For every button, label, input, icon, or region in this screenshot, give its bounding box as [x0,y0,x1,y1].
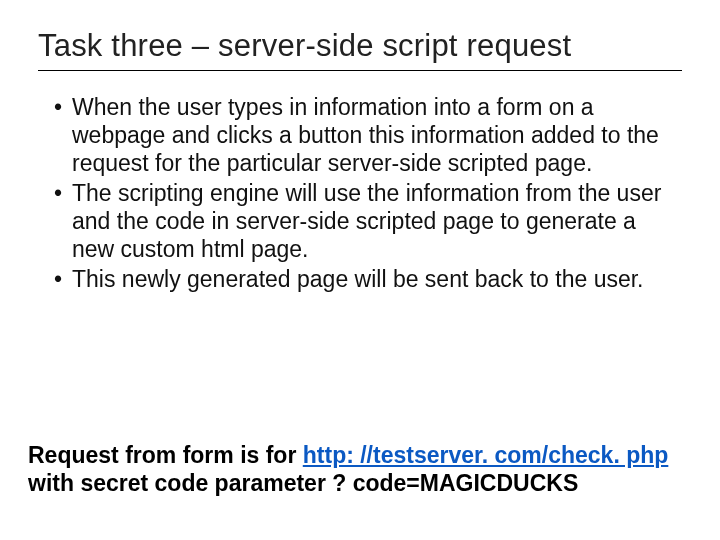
list-item: This newly generated page will be sent b… [54,265,674,293]
bullet-list: When the user types in information into … [46,93,674,293]
slide: Task three – server-side script request … [0,0,720,540]
footer-url: http: //testserver. com/check. php [303,442,669,468]
footer-prefix: Request from form is for [28,442,303,468]
footer-note: Request from form is for http: //testser… [28,441,692,499]
title-underline [38,70,682,71]
slide-title: Task three – server-side script request [38,28,682,64]
list-item: The scripting engine will use the inform… [54,179,674,263]
footer-suffix: with secret code parameter ? code=MAGICD… [28,470,578,496]
list-item: When the user types in information into … [54,93,674,177]
